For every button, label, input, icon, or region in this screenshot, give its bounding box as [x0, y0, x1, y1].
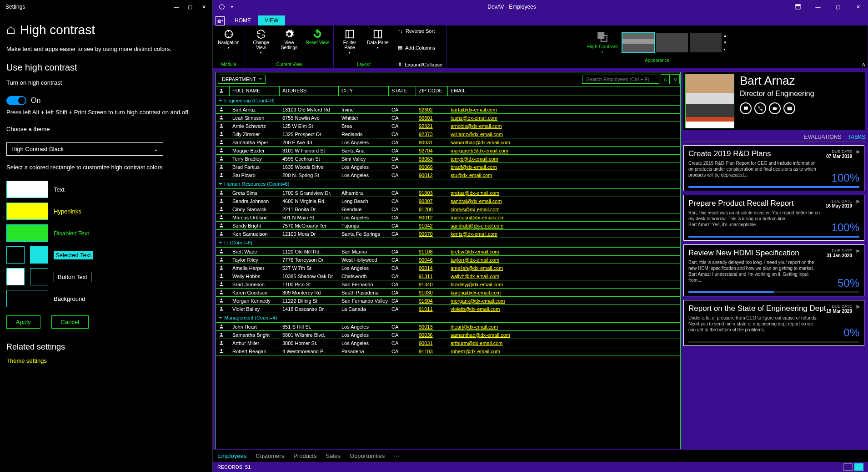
btab-employees[interactable]: Employees: [217, 452, 246, 459]
zip-link[interactable]: 91030: [416, 289, 448, 296]
ribbon-collapse-button[interactable]: ᐱ: [862, 62, 865, 67]
app-close-button[interactable]: ✕: [848, 0, 868, 14]
btab-products[interactable]: Products: [293, 452, 316, 459]
swatch-hyperlinks[interactable]: [6, 203, 48, 220]
tab-tasks[interactable]: TASKS: [848, 134, 865, 140]
zip-link[interactable]: 90014: [416, 265, 448, 271]
zip-link[interactable]: 91311: [416, 273, 448, 279]
gallery-down[interactable]: ▼: [723, 41, 727, 45]
navigation-button[interactable]: Navigation▾: [216, 27, 241, 50]
expand-collapse-button[interactable]: ⇕Expand/Collapse: [398, 61, 442, 68]
app-ribbon-mode-button[interactable]: [788, 0, 808, 14]
email-link[interactable]: cindys@dx-email.com: [448, 206, 680, 213]
table-row[interactable]: Stu Pizaro200 N. Spring StLos AngelesCA9…: [216, 171, 680, 179]
table-row[interactable]: Arnie Schwartz125 W Elm StBreaCA92821arn…: [216, 122, 680, 130]
tab-view[interactable]: VIEW: [258, 15, 285, 25]
mail-icon[interactable]: [783, 102, 795, 114]
group-row[interactable]: Management (Count=4): [216, 313, 680, 323]
email-link[interactable]: sandrab@dx-email.com: [448, 223, 680, 229]
zip-link[interactable]: 92602: [416, 107, 448, 113]
email-link[interactable]: robertr@dx-email.com: [448, 348, 680, 355]
add-columns-button[interactable]: ▦Add Columns: [398, 44, 435, 51]
table-row[interactable]: Arthur Miller3800 Homer St.Los AngelesCA…: [216, 339, 680, 347]
email-link[interactable]: jheart@dx-email.com: [448, 324, 680, 330]
table-row[interactable]: Robert Reagan4 Westmoreland Pl.PasadenaC…: [216, 347, 680, 355]
zip-link[interactable]: 90601: [416, 115, 448, 121]
zip-link[interactable]: 91208: [416, 206, 448, 213]
email-link[interactable]: brettw@dx-email.com: [448, 249, 680, 255]
table-row[interactable]: Greta Sims1700 S Grandview Dr.AlhambraCA…: [216, 189, 680, 197]
gallery-up[interactable]: ▲: [723, 34, 727, 38]
group-by-chip[interactable]: DEPARTMENT: [218, 75, 266, 84]
swatch-selected-fg[interactable]: [6, 246, 25, 264]
minimize-button[interactable]: —: [170, 1, 183, 13]
high-contrast-button[interactable]: High Contrast▾: [587, 31, 617, 54]
search-input[interactable]: [582, 75, 659, 84]
email-link[interactable]: wallyh@dx-email.com: [448, 273, 680, 279]
email-link[interactable]: leahs@dx-email.com: [448, 115, 680, 121]
email-link[interactable]: barta@dx-email.com: [448, 107, 680, 113]
group-row[interactable]: Engineering (Count=9): [216, 96, 680, 106]
table-row[interactable]: Taylor Riley7776 Torreyson DrWest Hollyw…: [216, 256, 680, 264]
email-link[interactable]: kareng@dx-email.com: [448, 289, 680, 296]
swatch-disabled[interactable]: [6, 224, 48, 242]
email-link[interactable]: gretas@dx-email.com: [448, 190, 680, 196]
zip-link[interactable]: 91108: [416, 249, 448, 255]
table-row[interactable]: Billy Zimmer1325 Prospect DrRedlandsCA92…: [216, 130, 680, 138]
zip-link[interactable]: 90012: [416, 214, 448, 221]
group-row[interactable]: IT (Count=8): [216, 238, 680, 248]
col-zip[interactable]: ZIP CODE: [416, 86, 448, 96]
swatch-text[interactable]: [6, 181, 48, 198]
task-list[interactable]: Create 2019 R&D PlansDUE DATE07 Mar 2019…: [683, 145, 865, 449]
search-next-button[interactable]: ᐯ: [671, 74, 680, 84]
app-maximize-button[interactable]: ▢: [828, 0, 848, 14]
zip-link[interactable]: 90013: [416, 324, 448, 330]
hc-toggle[interactable]: [6, 96, 26, 105]
table-row[interactable]: Brad Jameson1100 Pico StSan FernandoCA91…: [216, 280, 680, 289]
zip-link[interactable]: 90036: [416, 332, 448, 338]
change-view-button[interactable]: Change View▾: [249, 27, 273, 55]
zip-link[interactable]: 90069: [416, 164, 448, 170]
btab-opportunities[interactable]: Opportunities: [350, 452, 385, 459]
table-row[interactable]: Morgan Kennedy11222 Dilling StSan Fernan…: [216, 297, 680, 305]
email-link[interactable]: marcuso@dx-email.com: [448, 214, 680, 221]
tab-evaluations[interactable]: EVALUATIONS: [804, 134, 841, 140]
zip-link[interactable]: 90012: [416, 172, 448, 178]
swatch-selected-bg[interactable]: [30, 246, 48, 264]
table-row[interactable]: Amelia Harper527 W 7th StLos AngelesCA90…: [216, 264, 680, 272]
zip-link[interactable]: 90031: [416, 139, 448, 146]
table-row[interactable]: Sandra Johnson4600 N Virginia Rd.Long Be…: [216, 197, 680, 205]
table-row[interactable]: Marcus Orbison501 N Main StLos AngelesCA…: [216, 213, 680, 222]
email-link[interactable]: bradf@dx-email.com: [448, 164, 680, 170]
table-row[interactable]: John Heart351 S Hill St.Los AngelesCA900…: [216, 323, 680, 331]
table-row[interactable]: Maggie Boxter3101 W Harvard StSanta AnaC…: [216, 147, 680, 155]
email-link[interactable]: stu@dx-email.com: [448, 172, 680, 178]
qat-dropdown[interactable]: ▾: [231, 5, 236, 9]
col-email[interactable]: EMAIL: [448, 86, 680, 96]
col-icon[interactable]: [216, 86, 230, 96]
swatch-button-bg[interactable]: [30, 268, 48, 285]
table-row[interactable]: Sandy Bright7570 McGroarty TerTujungaCA9…: [216, 222, 680, 230]
zip-link[interactable]: 91340: [416, 281, 448, 288]
zip-link[interactable]: 90046: [416, 257, 448, 263]
table-row[interactable]: Violet Bailey1418 Descanso DrLa CanadaCA…: [216, 305, 680, 313]
chat-icon[interactable]: [740, 102, 752, 114]
reset-view-button[interactable]: Reset View: [305, 27, 330, 45]
theme-settings-link[interactable]: Theme settings: [6, 357, 47, 364]
task-card[interactable]: Report on the State of Engineering DeptD…: [683, 300, 864, 346]
zip-link[interactable]: 91042: [416, 223, 448, 229]
email-link[interactable]: margaretb@dx-email.com: [448, 147, 680, 154]
phone-icon[interactable]: [754, 102, 766, 114]
zip-link[interactable]: 90031: [416, 340, 448, 346]
zip-link[interactable]: 92704: [416, 147, 448, 154]
zip-link[interactable]: 92373: [416, 131, 448, 137]
data-pane-button[interactable]: Data Pane▾: [366, 27, 390, 50]
table-row[interactable]: Bart Arnaz13109 Old Myford RdIrvineCA926…: [216, 106, 680, 114]
email-link[interactable]: terryb@dx-email.com: [448, 156, 680, 162]
theme-dropdown[interactable]: High Contrast Black⌄: [6, 142, 163, 156]
task-card[interactable]: Review New HDMI SpecificationDUE DATE31 …: [683, 244, 864, 296]
zip-link[interactable]: 93063: [416, 156, 448, 162]
table-row[interactable]: Wally Hobbs10385 Shadow Oak DrChatsworth…: [216, 272, 680, 280]
close-button[interactable]: ✕: [197, 1, 211, 13]
zip-link[interactable]: 91103: [416, 348, 448, 355]
